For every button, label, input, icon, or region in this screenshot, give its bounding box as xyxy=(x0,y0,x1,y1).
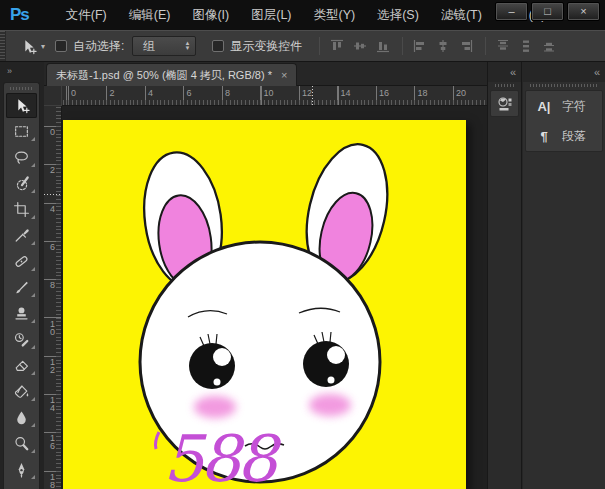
horizontal-ruler[interactable]: 02468101214161820 xyxy=(62,86,487,106)
menu-item-layer[interactable]: 图层(L) xyxy=(240,3,302,28)
options-divider xyxy=(402,37,403,55)
collapse-panels-icon[interactable]: « xyxy=(594,67,600,77)
window-controls: –□× xyxy=(492,2,600,21)
brush-tool[interactable] xyxy=(6,275,37,300)
align-bottom-edges-icon[interactable] xyxy=(375,38,391,54)
options-bar-grip[interactable] xyxy=(0,31,6,61)
v-ruler-label: 8 xyxy=(44,281,61,289)
panel-list: A| 字符 ¶ 段落 xyxy=(525,90,603,152)
auto-select-checkbox[interactable] xyxy=(55,40,67,52)
minimize-button[interactable]: – xyxy=(495,2,528,21)
tools-dock: » xyxy=(0,62,44,489)
v-ruler-label: 4 xyxy=(44,205,61,213)
distribute-vertical-centers-icon[interactable] xyxy=(518,38,534,54)
v-ruler-label: 1 8 xyxy=(44,473,61,489)
character-panel-button[interactable]: A| 字符 xyxy=(526,91,602,121)
menu-bar: 文件(F)编辑(E)图像(I)图层(L)类型(Y)选择(S)滤镜(T)视图(V) xyxy=(55,3,557,28)
rabbit-left-eye xyxy=(189,343,235,389)
quick-selection-tool[interactable] xyxy=(6,171,37,196)
align-left-edges-icon[interactable] xyxy=(412,38,428,54)
options-divider xyxy=(319,37,320,55)
3d-materials-panel-button[interactable] xyxy=(490,90,519,117)
paragraph-panel-icon: ¶ xyxy=(535,129,553,144)
left-eye-highlight-small xyxy=(214,379,221,386)
panel-grip[interactable] xyxy=(530,84,598,87)
menu-item-type[interactable]: 类型(Y) xyxy=(303,3,367,28)
maximize-button[interactable]: □ xyxy=(531,2,564,21)
clone-stamp-tool[interactable] xyxy=(6,301,37,326)
options-bar: ▾ 自动选择: 组 ▲▼ 显示变换控件 xyxy=(0,30,605,62)
move-tool[interactable] xyxy=(6,93,37,118)
lasso-tool[interactable] xyxy=(6,145,37,170)
align-right-edges-icon[interactable] xyxy=(458,38,474,54)
pen-tool[interactable] xyxy=(6,457,37,482)
align-horizontal-centers-icon[interactable] xyxy=(435,38,451,54)
menu-item-select[interactable]: 选择(S) xyxy=(366,3,430,28)
h-ruler-label: 0 xyxy=(71,88,76,98)
paragraph-panel-button[interactable]: ¶ 段落 xyxy=(526,121,602,151)
dodge-tool[interactable] xyxy=(6,431,37,456)
watermark-text: 588 xyxy=(163,422,282,489)
right-eye-highlight xyxy=(327,346,345,364)
vertical-ruler[interactable]: 024681 01 21 41 61 8 xyxy=(44,106,62,489)
auto-select-target-value: 组 xyxy=(143,38,155,55)
left-eye-highlight xyxy=(213,348,231,366)
tool-list xyxy=(4,93,39,482)
tab-close-icon[interactable]: × xyxy=(281,69,287,81)
panels-column-header: « xyxy=(523,62,605,82)
spot-healing-brush-tool[interactable] xyxy=(6,249,37,274)
rectangular-marquee-tool[interactable] xyxy=(6,119,37,144)
distribute-group xyxy=(495,38,557,54)
h-ruler-label: 16 xyxy=(379,88,389,98)
document-canvas[interactable]: 588 xyxy=(63,120,466,489)
collapse-panels-icon[interactable]: « xyxy=(510,67,516,77)
menu-item-filter[interactable]: 滤镜(T) xyxy=(430,3,493,28)
align-vertical-centers-icon[interactable] xyxy=(352,38,368,54)
eyedropper-tool[interactable] xyxy=(6,223,37,248)
document-tab-bar: 未标题-1.psd @ 50% (椭圆 4 拷贝, RGB/8) * × xyxy=(44,62,487,86)
panel-grip[interactable] xyxy=(495,84,514,87)
photoshop-logo: Ps xyxy=(10,5,29,25)
menu-item-edit[interactable]: 编辑(E) xyxy=(118,3,182,28)
eraser-tool[interactable] xyxy=(6,353,37,378)
v-ruler-label: 6 xyxy=(44,243,61,251)
cursor-position-marker xyxy=(44,194,61,195)
toolbox-grip[interactable] xyxy=(10,87,33,90)
menu-item-file[interactable]: 文件(F) xyxy=(55,3,118,28)
rabbit-drawing: 588 xyxy=(63,120,466,489)
canvas-pasteboard: 588 xyxy=(62,106,487,489)
ruler-corner xyxy=(44,86,62,106)
auto-select-label: 自动选择: xyxy=(73,38,124,55)
paint-bucket-tool[interactable] xyxy=(6,379,37,404)
crop-tool[interactable] xyxy=(6,197,37,222)
v-ruler-label: 1 0 xyxy=(44,320,61,336)
ruler-ticks xyxy=(62,100,487,105)
distribute-bottom-icon[interactable] xyxy=(541,38,557,54)
close-button[interactable]: × xyxy=(567,2,600,21)
photoshop-window: Ps 文件(F)编辑(E)图像(I)图层(L)类型(Y)选择(S)滤镜(T)视图… xyxy=(0,0,605,489)
options-divider xyxy=(485,37,486,55)
rabbit-right-cheek xyxy=(309,394,351,416)
tool-preset-caret-icon[interactable]: ▾ xyxy=(41,42,45,51)
h-ruler-label: 8 xyxy=(225,88,230,98)
v-ruler-label: 1 6 xyxy=(44,434,61,450)
history-brush-tool[interactable] xyxy=(6,327,37,352)
cursor-position-marker xyxy=(312,86,313,105)
show-transform-checkbox[interactable] xyxy=(212,40,224,52)
h-ruler-label: 18 xyxy=(418,88,428,98)
align-edges-group xyxy=(329,38,391,54)
dropdown-arrows-icon: ▲▼ xyxy=(184,41,190,51)
h-ruler-label: 12 xyxy=(302,88,312,98)
auto-select-target-dropdown[interactable]: 组 ▲▼ xyxy=(132,36,196,56)
title-bar: Ps 文件(F)编辑(E)图像(I)图层(L)类型(Y)选择(S)滤镜(T)视图… xyxy=(0,0,605,30)
ruler-ticks xyxy=(56,106,61,489)
v-ruler-label: 1 4 xyxy=(44,396,61,412)
document-tab[interactable]: 未标题-1.psd @ 50% (椭圆 4 拷贝, RGB/8) * × xyxy=(46,63,297,86)
align-top-edges-icon[interactable] xyxy=(329,38,345,54)
show-transform-label: 显示变换控件 xyxy=(230,38,302,55)
blur-tool[interactable] xyxy=(6,405,37,430)
distribute-top-icon[interactable] xyxy=(495,38,511,54)
rabbit-left-cheek xyxy=(194,396,236,418)
menu-item-image[interactable]: 图像(I) xyxy=(181,3,240,28)
collapse-toolbar-icon[interactable]: » xyxy=(7,66,11,76)
